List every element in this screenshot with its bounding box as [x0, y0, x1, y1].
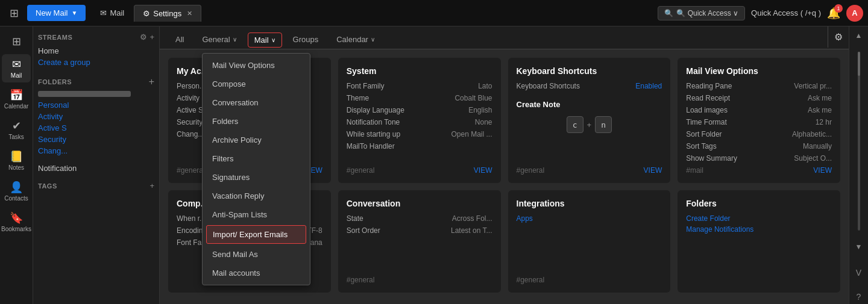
tab-general-label: General — [202, 35, 230, 44]
dropdown-item-archive-policy[interactable]: Archive Policy — [203, 131, 310, 149]
folder-item-security[interactable]: Security — [38, 134, 154, 145]
dropdown-item-send-mail-as[interactable]: Send Mail As — [203, 245, 310, 264]
topbar: ⊞ New Mail ▼ ✉ Mail ⚙ Settings ✕ 🔍 🔍 Qui… — [0, 0, 868, 26]
card-row: Sort Order Latest on T... — [347, 226, 492, 235]
right-sidebar: ▲ ▼ V ? — [849, 26, 868, 304]
sidebar-calendar-label: Calendar — [4, 103, 29, 110]
dropdown-item-conversation[interactable]: Conversation — [203, 93, 310, 112]
tab-settings-label: Settings — [153, 9, 181, 18]
folders-header: FOLDERS + — [38, 76, 154, 87]
folder-item-change[interactable]: Chang... — [38, 145, 154, 157]
card-view-link[interactable]: VIEW — [644, 166, 662, 175]
card-note-title: Create Note — [517, 100, 662, 109]
question-icon[interactable]: ? — [854, 290, 864, 304]
scroll-down-icon[interactable]: ▼ — [855, 243, 863, 256]
settings-tabs-wrapper: All General ∨ Mail ∨ Groups Calendar ∨ — [160, 26, 849, 49]
sidebar-item-contacts[interactable]: 👤 Contacts — [2, 177, 31, 205]
sidebar-item-calendar[interactable]: 📅 Calendar — [2, 85, 31, 113]
card-row: Keyboard Shortcuts Enabled — [517, 82, 662, 90]
scroll-up-icon[interactable]: ▲ — [855, 31, 863, 40]
scrollbar-thumb[interactable] — [858, 52, 860, 76]
card-footer: #general VIEW — [347, 166, 492, 175]
scrollbar-track[interactable] — [858, 52, 860, 231]
create-folder-link[interactable]: Create Folder — [686, 214, 832, 223]
dropdown-item-mail-accounts[interactable]: Mail accounts — [203, 264, 310, 282]
card-row: Sort Tags Manually — [686, 142, 832, 150]
chevron-down-icon: ∨ — [233, 36, 237, 43]
card-hash: #general — [177, 166, 205, 175]
card-hash: #general — [517, 276, 545, 284]
vero-icon[interactable]: V — [854, 265, 864, 280]
card-row: Notification Tone None — [347, 118, 492, 126]
dropdown-item-vacation-reply[interactable]: Vacation Reply — [203, 187, 310, 205]
tasks-icon: ✔ — [12, 119, 21, 132]
tags-add-icon[interactable]: + — [149, 181, 154, 190]
tab-general[interactable]: General ∨ — [195, 31, 244, 49]
tab-mail[interactable]: Mail ∨ — [248, 33, 282, 48]
tab-calendar-label: Calendar — [336, 35, 368, 44]
topbar-right: 🔍 🔍 Quick Access ∨ Quick Access ( /+q ) … — [658, 5, 863, 22]
chevron-down-icon: ∨ — [371, 36, 375, 43]
sidebar-item-mail[interactable]: ✉ Mail — [2, 54, 31, 82]
avatar[interactable]: A — [846, 5, 863, 22]
gear-side-icon[interactable]: ⚙ — [828, 26, 849, 48]
dropdown-item-signatures[interactable]: Signatures — [203, 168, 310, 187]
sidebar-mail-label: Mail — [11, 72, 22, 79]
apps-link[interactable]: Apps — [517, 214, 662, 223]
quick-access-search[interactable]: 🔍 🔍 Quick Access ∨ — [658, 6, 745, 20]
bookmarks-icon: 🔖 — [10, 211, 23, 225]
dropdown-item-anti-spam[interactable]: Anti-Spam Lists — [203, 205, 310, 224]
card-hash: #general — [517, 166, 545, 175]
card-view-link[interactable]: VIEW — [474, 166, 492, 175]
dropdown-item-compose[interactable]: Compose — [203, 75, 310, 93]
sidebar-item-tasks[interactable]: ✔ Tasks — [2, 116, 31, 144]
settings-tabs: All General ∨ Mail ∨ Groups Calendar ∨ — [160, 26, 849, 49]
dropdown-item-folders[interactable]: Folders — [203, 112, 310, 131]
tab-all[interactable]: All — [168, 31, 191, 49]
card-keyboard-shortcuts-title: Keyboard Shortcuts — [517, 66, 662, 76]
sidebar-contacts-label: Contacts — [4, 195, 28, 202]
grid-icon[interactable]: ⊞ — [5, 4, 24, 22]
sidebar-item-notes[interactable]: 📒 Notes — [2, 146, 31, 175]
folder-item-activity[interactable]: Activity — [38, 111, 154, 122]
tab-mail[interactable]: ✉ Mail — [92, 5, 133, 21]
key-c: c — [567, 116, 583, 133]
enabled-badge: Enabled — [635, 82, 662, 90]
streams-add-icon[interactable]: + — [149, 33, 154, 42]
card-footer: #general VIEW — [517, 166, 662, 175]
dropdown-item-filters[interactable]: Filters — [203, 149, 310, 168]
folders-label: FOLDERS — [38, 78, 72, 85]
card-folders: Folders Create Folder Manage Notificatio… — [678, 190, 840, 293]
tab-settings[interactable]: ⚙ Settings ✕ — [134, 5, 201, 22]
mail-dropdown: Mail View Options Compose Conversation F… — [202, 53, 310, 285]
manage-notifications-link[interactable]: Manage Notifications — [686, 225, 832, 234]
folder-add-icon[interactable]: + — [149, 76, 154, 87]
card-row: Read Receipt Ask me — [686, 94, 832, 102]
streams-actions[interactable]: ⚙ + — [140, 33, 154, 42]
folder-item-active[interactable]: Active S — [38, 122, 154, 134]
card-row: Theme Cobalt Blue — [347, 94, 492, 102]
chevron-down-icon: ∨ — [271, 37, 275, 43]
notification-badge: 1 — [834, 4, 843, 13]
folder-item-personal[interactable]: Personal — [38, 99, 154, 111]
chevron-down-icon: ▼ — [71, 10, 77, 16]
notification-bell[interactable]: 🔔 1 — [827, 7, 840, 20]
card-view-link[interactable]: VIEW — [813, 166, 832, 175]
calendar-icon: 📅 — [10, 88, 23, 102]
stream-home-link[interactable]: Home — [38, 45, 154, 57]
sidebar-item-grid[interactable]: ⊞ — [2, 31, 31, 52]
contacts-icon: 👤 — [10, 181, 23, 194]
quick-access-search-label: 🔍 Quick Access ∨ — [676, 9, 738, 17]
tab-groups[interactable]: Groups — [286, 31, 326, 49]
dropdown-item-mail-view-options[interactable]: Mail View Options — [203, 56, 310, 75]
tab-calendar[interactable]: Calendar ∨ — [329, 31, 382, 49]
mail-icon: ✉ — [12, 58, 21, 71]
new-mail-button[interactable]: New Mail ▼ — [27, 5, 86, 21]
streams-settings-icon[interactable]: ⚙ — [140, 33, 147, 42]
new-mail-label: New Mail — [36, 8, 68, 17]
dropdown-item-import-export[interactable]: Import/ Export Emails — [206, 225, 306, 244]
close-icon[interactable]: ✕ — [187, 10, 192, 17]
sidebar-item-bookmarks[interactable]: 🔖 Bookmarks — [2, 208, 31, 236]
create-group-link[interactable]: Create a group — [38, 57, 154, 68]
card-row: Font Family Lato — [347, 82, 492, 90]
